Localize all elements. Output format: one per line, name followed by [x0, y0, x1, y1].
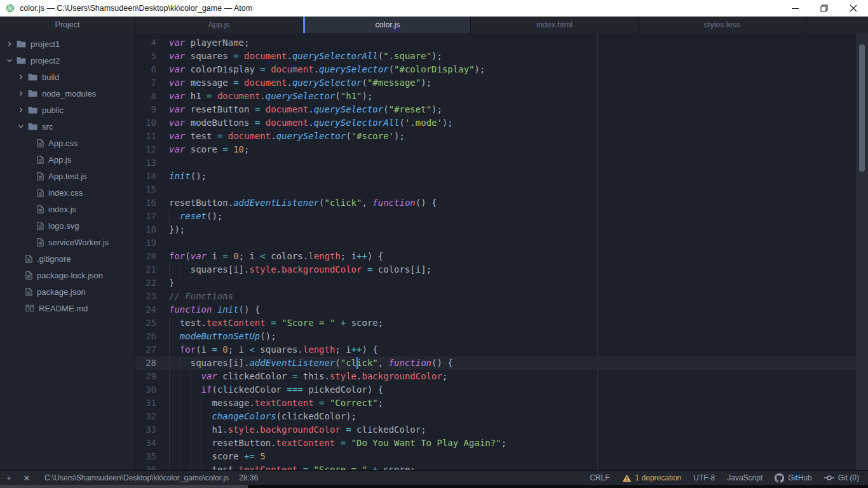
line-number: 32: [135, 410, 165, 423]
tree-item-project2[interactable]: project2: [0, 52, 135, 69]
line-ending-indicator[interactable]: CRLF: [590, 473, 609, 482]
code-line[interactable]: 26 modeButtonSetUp();: [135, 330, 868, 343]
tab-styles-less[interactable]: styles.less: [639, 17, 806, 33]
code-line[interactable]: 15: [135, 183, 868, 196]
grammar-indicator[interactable]: JavaScript: [727, 473, 763, 482]
code-line[interactable]: 8var h1 = document.querySelector("h1");: [135, 90, 868, 103]
folder-icon: [28, 106, 37, 114]
tree-item-readme-md[interactable]: README.md: [0, 300, 135, 316]
chevron-right-icon[interactable]: [17, 107, 25, 113]
code-line[interactable]: 21 squares[i].style.backgroundColor = co…: [135, 263, 868, 276]
chevron-right-icon[interactable]: [17, 90, 25, 97]
indent-guide: [169, 370, 170, 383]
code-line[interactable]: 32 changeColors(clickedColor);: [135, 410, 868, 423]
indent-guide: [169, 450, 170, 463]
main-area: project1project2buildnode_modulespublics…: [0, 33, 868, 470]
code-line[interactable]: 33 h1.style.backgroundColor = clickedCol…: [135, 423, 868, 437]
tab-app-js[interactable]: App.js: [135, 17, 303, 33]
tab-index-html[interactable]: index.html: [471, 17, 639, 33]
code-line[interactable]: 22}: [135, 276, 868, 290]
code-line[interactable]: 18});: [135, 223, 868, 236]
code-line[interactable]: 10var modeButtons = document.querySelect…: [135, 116, 868, 130]
tab-project[interactable]: Project: [0, 17, 135, 33]
code-line[interactable]: 20for(var i = 0; i < colors.length; i++)…: [135, 250, 868, 263]
vertical-scrollbar[interactable]: [856, 33, 868, 470]
code-line[interactable]: 5var squares = document.querySelectorAll…: [135, 50, 868, 63]
line-number: 12: [135, 143, 165, 156]
code-text: for(i = 0; i < squares.length; i++) {: [165, 343, 868, 356]
tree-item-src[interactable]: src: [0, 118, 135, 135]
chevron-right-icon[interactable]: [5, 41, 14, 47]
code-line[interactable]: 24function init() {: [135, 303, 868, 316]
indent-guide: [180, 410, 180, 423]
code-line[interactable]: 27 for(i = 0; i < squares.length; i++) {: [135, 343, 868, 356]
tree-item-package-lock-json[interactable]: package-lock.json: [0, 267, 135, 283]
code-text: message.textContent = "Correct";: [165, 396, 868, 410]
scrollbar-thumb[interactable]: [859, 44, 865, 172]
code-line[interactable]: 6var colorDisplay = document.querySelect…: [135, 63, 868, 76]
encoding-indicator[interactable]: UTF-8: [693, 473, 715, 482]
indent-guide: [191, 396, 191, 410]
code-line[interactable]: 16resetButton.addEventListener("click", …: [135, 196, 868, 210]
text-cursor: [356, 357, 358, 369]
line-number: 13: [135, 156, 165, 170]
code-line[interactable]: 17 reset();: [135, 210, 868, 223]
tree-item-label: index.js: [48, 205, 76, 214]
minimize-button[interactable]: [780, 0, 810, 17]
indent-guide: [201, 396, 202, 410]
chevron-down-icon[interactable]: [17, 123, 25, 130]
code-text: [165, 236, 868, 250]
tree-item-node-modules[interactable]: node_modules: [0, 85, 135, 102]
line-number: 29: [135, 370, 165, 383]
editor-pane[interactable]: 4var playerName;5var squares = document.…: [135, 33, 868, 470]
plus-icon[interactable]: +: [0, 473, 18, 483]
indent-guide: [169, 356, 170, 370]
tree-item-app-css[interactable]: App.css: [0, 135, 135, 151]
chevron-right-icon[interactable]: [17, 74, 25, 80]
code-line[interactable]: 35 score += 5: [135, 450, 868, 463]
code-line[interactable]: 23// Functions: [135, 290, 868, 303]
code-text: [165, 183, 868, 196]
file-icon: [37, 172, 44, 180]
cursor-position[interactable]: 28:36: [239, 473, 258, 482]
window-title: color.js — C:\Users\Shamsudeen\Desktop\k…: [20, 4, 252, 13]
code-line[interactable]: 31 message.textContent = "Correct";: [135, 396, 868, 410]
git-indicator[interactable]: Git (0): [824, 473, 859, 482]
code-line[interactable]: 34 resetButton.textContent = "Do You Wan…: [135, 437, 868, 450]
tree-item-build[interactable]: build: [0, 69, 135, 85]
code-line[interactable]: 28 squares[i].addEventListener("click", …: [135, 356, 868, 370]
code-line[interactable]: 7var message = document.querySelector("#…: [135, 76, 868, 90]
tree-item-logo-svg[interactable]: logo.svg: [0, 217, 135, 234]
tree-item-index-css[interactable]: index.css: [0, 184, 135, 201]
tree-item-serviceworker-js[interactable]: serviceWorker.js: [0, 234, 135, 250]
github-indicator[interactable]: GitHub: [775, 473, 811, 483]
code-line[interactable]: 11var test = document.querySelector('#sc…: [135, 130, 868, 143]
code-line[interactable]: 9var resetButton = document.querySelecto…: [135, 103, 868, 116]
code-line[interactable]: 36 test.textContent = "Score = " + score…: [135, 463, 868, 470]
tree-item-app-js[interactable]: App.js: [0, 151, 135, 168]
tree-item--gitignore[interactable]: .gitignore: [0, 250, 135, 267]
deprecation-indicator[interactable]: 1 deprecation: [622, 473, 682, 482]
tree-item-public[interactable]: public: [0, 102, 135, 118]
tree-item-package-json[interactable]: package.json: [0, 283, 135, 300]
tree-item-project1[interactable]: project1: [0, 36, 135, 52]
code-line[interactable]: 14init();: [135, 170, 868, 183]
code-line[interactable]: 13: [135, 156, 868, 170]
code-line[interactable]: 4var playerName;: [135, 36, 868, 50]
tree-item-app-test-js[interactable]: App.test.js: [0, 168, 135, 184]
code-line[interactable]: 12var score = 10;: [135, 143, 868, 156]
line-number: 19: [135, 236, 165, 250]
file-path[interactable]: C:\Users\Shamsudeen\Desktop\kk\color_gam…: [44, 473, 229, 482]
code-line[interactable]: 25 test.textContent = "Score = " + score…: [135, 316, 868, 330]
code-line[interactable]: 19: [135, 236, 868, 250]
chevron-down-icon[interactable]: [5, 57, 14, 64]
close-button[interactable]: [839, 0, 868, 17]
tab-color-js[interactable]: color.js: [303, 17, 471, 33]
close-icon[interactable]: ✕: [18, 473, 36, 483]
code-line[interactable]: 29 var clickedColor = this.style.backgro…: [135, 370, 868, 383]
bottom-strip-segment: [0, 485, 248, 488]
code-line[interactable]: 30 if(clickedColor === pickedColor) {: [135, 383, 868, 396]
tree-item-index-js[interactable]: index.js: [0, 201, 135, 217]
restore-button[interactable]: [810, 0, 839, 17]
indent-guide: [191, 410, 191, 423]
